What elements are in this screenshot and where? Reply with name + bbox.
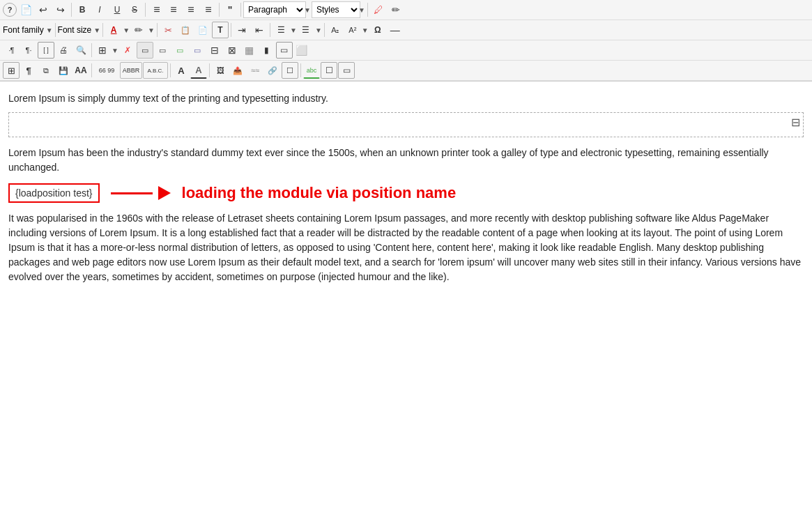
font-family-label: Font family bbox=[3, 25, 44, 35]
box-collapse-icon[interactable]: ⊟ bbox=[791, 116, 800, 129]
link4-button[interactable]: 🔗 bbox=[264, 62, 281, 79]
tb3-btn10[interactable]: ⬜ bbox=[293, 42, 310, 59]
insert-image-button[interactable]: 🖼 bbox=[212, 62, 229, 79]
loadposition-label: loading the module via position name bbox=[182, 184, 457, 202]
strikethrough-button[interactable]: S bbox=[126, 1, 143, 18]
font-color-button[interactable]: A bbox=[105, 22, 122, 38]
table-button[interactable]: ⊞ bbox=[94, 42, 111, 59]
loadposition-row: {loadposition test} loading the module v… bbox=[8, 183, 804, 203]
insert-media-button[interactable]: 📤 bbox=[229, 62, 246, 79]
arrow-line bbox=[111, 192, 153, 194]
grid-button[interactable]: ⊞ bbox=[3, 62, 20, 79]
paste-text-button[interactable]: T bbox=[212, 22, 229, 38]
separator bbox=[324, 23, 325, 37]
separator bbox=[102, 23, 103, 37]
anchor4-button[interactable]: ≈≈ bbox=[247, 62, 263, 79]
abc4-button[interactable]: A.B.C. bbox=[143, 62, 168, 79]
font-size-label: Font size bbox=[58, 25, 92, 35]
aa4-button[interactable]: AA bbox=[72, 62, 89, 79]
abbr4-button[interactable]: ABBR bbox=[120, 62, 142, 79]
num4-button[interactable]: 66 99 bbox=[94, 62, 119, 79]
spell4-button[interactable]: abc bbox=[303, 62, 320, 79]
align-right-button[interactable]: ≡ bbox=[183, 1, 199, 18]
arrow-head bbox=[158, 186, 171, 200]
horizontal-rule-button[interactable]: — bbox=[387, 22, 404, 38]
italic-button[interactable]: I bbox=[91, 1, 108, 18]
layer-button[interactable]: ✗ bbox=[119, 42, 136, 59]
font-family-dropdown-icon: ▼ bbox=[46, 26, 53, 34]
table-dropdown-icon: ▼ bbox=[112, 47, 118, 54]
align-left-button[interactable]: ≡ bbox=[148, 1, 164, 18]
selection-button[interactable]: [ ] bbox=[38, 42, 54, 59]
toolbar: ? 📄 ↩ ↪ B I U S ≡ ≡ ≡ ≡ " Paragraph ▼ St bbox=[0, 0, 812, 82]
separator bbox=[300, 63, 301, 77]
fb-button[interactable]: A bbox=[190, 62, 207, 79]
bold-button[interactable]: B bbox=[74, 1, 91, 18]
special-chars-button[interactable]: Ω bbox=[369, 22, 386, 38]
cut-button[interactable]: ✂ bbox=[160, 22, 176, 38]
blockquote-button[interactable]: " bbox=[222, 1, 238, 18]
paragraph-select[interactable]: Paragraph bbox=[243, 1, 306, 18]
tb3-btn6[interactable]: ⊠ bbox=[224, 42, 240, 59]
justify-button[interactable]: ≡ bbox=[200, 1, 217, 18]
separator bbox=[71, 3, 72, 17]
tb3-btn3[interactable]: ▭ bbox=[171, 42, 188, 59]
help-button[interactable]: ? bbox=[3, 3, 17, 17]
highlight-dropdown-icon: ▼ bbox=[148, 26, 155, 34]
print-button[interactable]: 🖨 bbox=[55, 42, 72, 59]
font-size-dropdown-icon: ▼ bbox=[93, 26, 100, 34]
eraser-button[interactable]: 🖊 bbox=[370, 1, 387, 18]
separator bbox=[145, 3, 146, 17]
superscript-button[interactable]: A² bbox=[344, 22, 361, 38]
indent-button[interactable]: ⇥ bbox=[233, 22, 250, 38]
copy-button[interactable]: 📋 bbox=[177, 22, 194, 38]
redo-button[interactable]: ↪ bbox=[52, 1, 69, 18]
copy4-button[interactable]: ⧉ bbox=[38, 62, 54, 79]
tb3-btn1[interactable]: ▭ bbox=[137, 42, 153, 59]
disk4-button[interactable]: 💾 bbox=[55, 62, 72, 79]
separator bbox=[157, 23, 158, 37]
editor-dashed-box: ⊟ bbox=[8, 112, 804, 137]
separator bbox=[240, 3, 241, 17]
tb3-btn9[interactable]: ▭ bbox=[276, 42, 293, 59]
fa-button[interactable]: A bbox=[173, 62, 190, 79]
tb3-btn5[interactable]: ⊟ bbox=[206, 42, 223, 59]
toolbar-row-3: ·¶ ¶· [ ] 🖨 🔍 ⊞ ▼ ✗ ▭ ▭ ▭ ▭ ⊟ ⊠ ▦ ▮ ▭ ⬜ bbox=[0, 40, 812, 61]
tb3-btn4[interactable]: ▭ bbox=[189, 42, 206, 59]
paste-from-button[interactable]: 📄 bbox=[194, 22, 211, 38]
tb3-btn7[interactable]: ▦ bbox=[241, 42, 258, 59]
pilcrow-button[interactable]: ¶· bbox=[20, 42, 37, 59]
outdent-button[interactable]: ⇤ bbox=[251, 22, 268, 38]
separator bbox=[209, 63, 210, 77]
paragraph-3: It was popularised in the 1960s with the… bbox=[8, 211, 804, 284]
highlight-button[interactable]: ✏ bbox=[130, 22, 147, 38]
list-ol-button[interactable]: ☰ bbox=[273, 22, 289, 38]
arrow-container bbox=[111, 186, 171, 200]
paragraph-dropdown-icon: ▼ bbox=[304, 6, 311, 14]
divider4-button[interactable]: ☐ bbox=[321, 62, 337, 79]
box4-button[interactable]: ▭ bbox=[338, 62, 355, 79]
styles-select[interactable]: Styles bbox=[312, 1, 360, 18]
underline-button[interactable]: U bbox=[109, 1, 125, 18]
tb3-btn2[interactable]: ▭ bbox=[154, 42, 171, 59]
editor-area[interactable]: Lorem Ipsum is simply dummy text of the … bbox=[0, 82, 812, 472]
tb3-btn8[interactable]: ▮ bbox=[259, 42, 275, 59]
linkbox4-button[interactable]: ☐ bbox=[282, 62, 298, 79]
paste-button[interactable]: ✏ bbox=[388, 1, 404, 18]
toolbar-row-1: ? 📄 ↩ ↪ B I U S ≡ ≡ ≡ ≡ " Paragraph ▼ St bbox=[0, 0, 812, 20]
new-button[interactable]: 📄 bbox=[17, 1, 34, 18]
separator bbox=[367, 3, 368, 17]
separator bbox=[91, 63, 92, 77]
undo-button[interactable]: ↩ bbox=[35, 1, 52, 18]
find-button[interactable]: 🔍 bbox=[72, 42, 89, 59]
separator bbox=[55, 23, 56, 37]
align-center-button[interactable]: ≡ bbox=[165, 1, 182, 18]
separator bbox=[170, 63, 171, 77]
font-color-dropdown-icon: ▼ bbox=[123, 26, 130, 34]
list-ul-button[interactable]: ☰ bbox=[298, 22, 314, 38]
subscript-button[interactable]: A₂ bbox=[327, 22, 344, 38]
styles-dropdown-icon: ▼ bbox=[358, 6, 365, 14]
para4-button[interactable]: ¶ bbox=[20, 62, 37, 79]
show-blocks-button[interactable]: ·¶ bbox=[3, 42, 20, 59]
toolbar-row-2: Font family ▼ Font size ▼ A ▼ ✏ ▼ ✂ 📋 📄 … bbox=[0, 20, 812, 40]
